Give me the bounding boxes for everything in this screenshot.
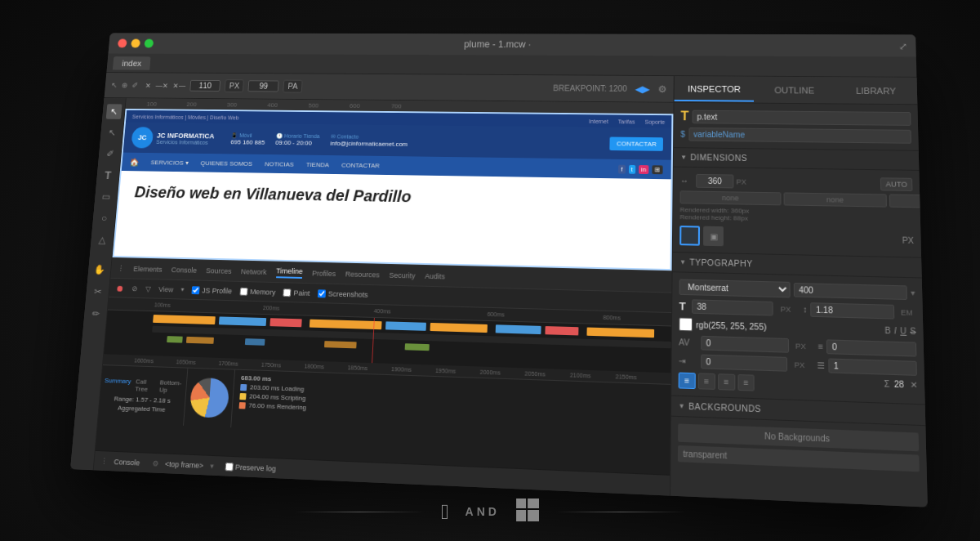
nav-tienda[interactable]: TIENDA <box>306 161 329 168</box>
backgrounds-label: BACKGROUNDS <box>688 402 761 414</box>
backgrounds-content: No Backgrounds transparent <box>670 417 927 480</box>
align-right-btn[interactable]: ≡ <box>718 373 735 391</box>
triangle-tool[interactable]: △ <box>94 232 110 248</box>
devtools-profiles-tab[interactable]: Profiles <box>312 269 336 278</box>
console-expand[interactable]: ⋮ <box>100 457 108 466</box>
r2-5: 1800ms <box>304 363 324 369</box>
settings-icon[interactable]: ⚙ <box>658 83 667 95</box>
summary-tab[interactable]: Summary <box>104 377 131 392</box>
frame-label[interactable]: <top frame> <box>165 459 204 469</box>
js-profile-checkbox[interactable]: JS Profile <box>192 286 233 295</box>
timeline-bar-7 <box>496 324 541 334</box>
border-controls: ▣ PX <box>679 226 914 250</box>
filter-btn[interactable]: ▽ <box>145 284 151 293</box>
contactar-button[interactable]: CONTACTAR <box>610 136 663 150</box>
strike-icon[interactable]: S <box>910 326 916 336</box>
italic-icon[interactable]: I <box>894 325 897 335</box>
font-weight-input[interactable] <box>794 283 907 300</box>
typography-label: TYPOGRAPHY <box>689 258 752 269</box>
circle-tool[interactable]: ○ <box>96 210 112 226</box>
margin-top[interactable] <box>680 190 782 205</box>
timeline-bar-8 <box>545 326 578 335</box>
timeline-bar-6 <box>430 323 488 333</box>
color-swatch[interactable] <box>679 317 693 331</box>
calltree-tab[interactable]: Call Tree <box>135 378 155 393</box>
type-section: T $ <box>674 103 919 151</box>
line-tool[interactable]: ✋ <box>91 262 108 278</box>
website-preview: Servicios Informáticos | Móviles | Diseñ… <box>113 109 674 270</box>
word-spacing-input[interactable] <box>826 339 916 356</box>
text-tool[interactable]: T <box>100 168 116 183</box>
devtools-timeline-tab[interactable]: Timeline <box>276 266 303 278</box>
align-justify-btn[interactable]: ≡ <box>737 374 755 391</box>
devtools-elements-tab[interactable]: Elements <box>133 265 163 274</box>
letter-spacing-input[interactable] <box>701 336 788 353</box>
minimize-button[interactable] <box>131 39 140 48</box>
height-input[interactable] <box>248 80 279 92</box>
zoom-tool[interactable]: ✏ <box>87 306 104 322</box>
ruler-700ms: 800ms <box>603 315 621 321</box>
auto-button[interactable]: AUTO <box>880 177 912 191</box>
memory-checkbox[interactable]: Memory <box>239 287 275 296</box>
width-input[interactable] <box>189 80 220 92</box>
subselect-tool[interactable]: ↖ <box>104 125 120 141</box>
font-size-input[interactable] <box>692 299 773 315</box>
devtools-resources-tab[interactable]: Resources <box>345 270 380 279</box>
home-icon[interactable]: 🏠 <box>129 158 139 166</box>
select-tool[interactable]: ↖ <box>105 104 122 119</box>
border-icon[interactable] <box>679 226 700 246</box>
av-label: AV <box>679 338 697 347</box>
line-height-icon: ↕ <box>803 305 807 315</box>
align-center-btn[interactable]: ≡ <box>698 373 715 390</box>
view-btn[interactable]: View <box>158 285 174 293</box>
tab-outline[interactable]: OUTLINE <box>754 78 835 101</box>
box-icon[interactable]: ▣ <box>703 226 724 247</box>
align-left-btn[interactable]: ≡ <box>679 373 696 390</box>
pen-tool[interactable]: ✐ <box>102 146 118 162</box>
type-input[interactable] <box>692 110 911 125</box>
hand-tool[interactable]: ✂ <box>89 284 105 300</box>
record-btn[interactable]: ⏺ <box>115 283 124 293</box>
fullscreen-button[interactable] <box>144 39 154 48</box>
close-button[interactable] <box>118 39 127 48</box>
nav-servicios[interactable]: SERVICIOS ▾ <box>150 159 189 166</box>
lines-input[interactable] <box>828 358 917 375</box>
screenshots-checkbox[interactable]: Screenshots <box>318 289 368 299</box>
bottomup-tab[interactable]: Bottom-Up <box>159 378 184 394</box>
logo-sub: Servicios Informáticos <box>156 139 214 145</box>
nav-contactar[interactable]: CONTACTAR <box>341 161 380 168</box>
tab-index[interactable]: index <box>113 56 151 70</box>
tab-library[interactable]: LIBRARY <box>835 79 917 102</box>
console-label[interactable]: Console <box>114 458 140 467</box>
clear-btn[interactable]: ⊘ <box>131 284 138 293</box>
devtools-audits-tab[interactable]: Audits <box>425 271 445 280</box>
height-unit[interactable]: PA <box>283 80 303 93</box>
indent-input[interactable] <box>701 355 787 372</box>
font-family-select[interactable]: Montserrat <box>679 279 791 298</box>
summary-tabs: Summary Call Tree Bottom-Up <box>104 377 184 394</box>
devtools-console-tab[interactable]: Console <box>171 266 197 274</box>
var-input[interactable] <box>688 127 911 144</box>
underline-icon[interactable]: U <box>900 326 906 336</box>
rendering-time: 76.00 ms Rendering <box>248 402 306 412</box>
ruler-mark: 200 <box>186 101 197 107</box>
tab-inspector[interactable]: INSPECTOR <box>675 78 755 102</box>
pie-chart-area <box>184 369 235 428</box>
timeline-bar-2 <box>219 316 266 326</box>
devtools-expand[interactable]: ⋮ <box>117 264 124 272</box>
devtools-security-tab[interactable]: Security <box>389 270 415 279</box>
bold-icon[interactable]: B <box>884 325 890 335</box>
devtools-network-tab[interactable]: Network <box>241 267 267 276</box>
nav-noticias[interactable]: NOTICIAS <box>265 160 294 168</box>
r2-1: 1600ms <box>134 358 154 364</box>
devtools-sources-tab[interactable]: Sources <box>206 266 232 275</box>
margin-right[interactable] <box>784 192 887 207</box>
rect-tool[interactable]: ▭ <box>98 189 114 204</box>
contact-email: ✉ Contacto info@jcinformaticaenet.com <box>330 133 408 147</box>
nav-quienes[interactable]: QUIENES SOMOS <box>200 159 252 167</box>
line-height-input[interactable] <box>811 302 895 319</box>
width-unit[interactable]: PX <box>225 79 245 92</box>
paint-checkbox[interactable]: Paint <box>283 288 310 297</box>
dim-width-input[interactable] <box>696 174 733 189</box>
preserve-log[interactable]: Preserve log <box>225 462 276 472</box>
